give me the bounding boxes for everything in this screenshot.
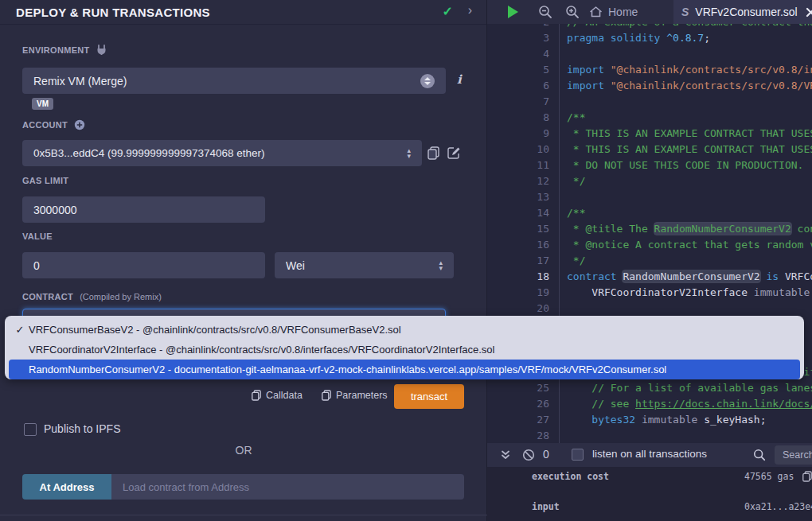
deploy-run-panel: DEPLOY & RUN TRANSACTIONS ✓ › ENVIRONMEN… [0,0,487,521]
tab-home[interactable]: Home [581,0,646,24]
code-line: 14/** [487,205,812,221]
terminal-bar: 0 listen on all transactions [487,443,812,467]
zoom-out-icon[interactable] [538,5,552,19]
zoom-in-icon[interactable] [565,5,580,19]
terminal-row-key: input [532,501,560,512]
account-value: 0x5B3...eddC4 (99.999999999997374068 eth… [33,147,407,159]
code-line: 6import "@chainlink/contracts/src/v0.8/V… [487,78,812,94]
environment-info-icon[interactable]: i [457,72,462,87]
environment-value: Remix VM (Merge) [33,75,420,87]
line-number: 26 [487,396,549,412]
panel-header: DEPLOY & RUN TRANSACTIONS ✓ › [0,0,486,25]
sign-message-edit-icon[interactable] [447,146,461,160]
expand-terminal-chevrons-icon[interactable] [500,449,511,461]
vm-badge: VM [32,98,53,110]
listen-all-transactions-checkbox[interactable] [572,449,584,461]
contract-sublabel: (Compiled by Remix) [80,292,162,301]
account-select[interactable]: 0x5B3...eddC4 (99.999999999997374068 eth… [22,140,422,166]
line-number: 5 [487,62,549,78]
gas-limit-input[interactable] [22,196,265,223]
collapse-panel-chevron-icon[interactable]: › [468,3,472,17]
close-tab-icon[interactable] [806,7,812,17]
code-line: 15 * @title The RandomNumberConsumerV2 c… [487,221,812,237]
line-number: 11 [487,157,549,173]
contract-dropdown-item[interactable]: VRFCoordinatorV2Interface - @chainlink/c… [5,340,804,360]
code-line: 20 [487,301,812,317]
line-number: 27 [487,412,549,428]
environment-select[interactable]: Remix VM (Merge) [22,68,446,94]
code-line: 16 * @notice A contract that gets random… [487,237,812,253]
line-number: 13 [487,189,549,205]
code-line: 12 */ [487,173,812,189]
value-unit-stepper-icon: ▴▾ [439,260,443,271]
code-line: 28 [487,428,812,443]
terminal-content: execution cost47565 gasinput0xa21...a23e… [487,467,812,521]
line-number: 4 [487,46,549,62]
run-script-play-icon[interactable] [508,6,518,18]
terminal-row-value: 0xa21...a23e4 [744,501,812,512]
code-line: 27 bytes32 immutable s_keyHash; [487,412,812,428]
code-line: 4 [487,46,812,62]
copy-parameters-icon[interactable] [322,390,331,401]
copy-icon[interactable] [802,471,812,482]
gas-limit-label-row: GAS LIMIT [22,176,68,185]
code-line: 17 */ [487,253,812,269]
transact-button[interactable]: transact [394,384,464,409]
line-number: 9 [487,126,549,142]
terminal-row: input0xa21...a23e4 [487,501,812,512]
compile-success-check-icon: ✓ [443,4,453,19]
line-number: 2 [487,24,549,30]
contract-dropdown-item-label: VRFCoordinatorV2Interface - @chainlink/c… [29,344,494,356]
home-tab-label: Home [608,6,638,18]
parameters-label: Parameters [336,390,388,401]
code-line: 19 VRFCoordinatorV2Interface immutable C… [487,285,812,301]
account-label-row: ACCOUNT [22,119,85,130]
code-line: 7 [487,94,812,110]
value-input[interactable] [22,252,265,278]
contract-dropdown-item-label: VRFConsumerBaseV2 - @chainlink/contracts… [29,324,401,336]
code-line: 8/** [487,110,812,126]
value-label-row: VALUE [22,231,53,241]
code-line: 13 [487,189,812,205]
code-line: 3pragma solidity ^0.8.7; [487,30,812,46]
line-number: 25 [487,380,549,396]
line-number: 7 [487,94,549,110]
parameters-action[interactable]: Parameters [322,390,388,401]
panel-title: DEPLOY & RUN TRANSACTIONS [16,0,210,25]
calldata-action[interactable]: Calldata [252,390,303,401]
line-number: 6 [487,78,549,94]
publish-to-ipfs-label: Publish to IPFS [44,422,121,435]
or-separator: OR [0,444,487,457]
code-line: 11 * DO NOT USE THIS CODE IN PRODUCTION. [487,157,812,173]
editor-tabbar: Home S VRFv2Consumer.sol [487,0,812,24]
value-unit: Wei [286,259,439,272]
pending-transactions-count: 0 [543,448,549,461]
value-unit-select[interactable]: Wei ▴▾ [275,252,454,278]
contract-dropdown-item[interactable]: ✓VRFConsumerBaseV2 - @chainlink/contract… [5,320,804,340]
at-address-button[interactable]: At Address [22,474,111,500]
terminal-search-input[interactable] [775,445,812,465]
clear-console-icon[interactable] [522,449,535,461]
code-editor[interactable]: 2// An example of a consumer contract th… [487,24,812,443]
terminal-search-icon [753,449,766,461]
code-line: 25 // For a list of available gas lanes … [487,380,812,396]
calldata-label: Calldata [266,390,303,401]
gas-limit-label: GAS LIMIT [22,176,68,185]
code-line: 10 * THIS IS AN EXAMPLE CONTRACT THAT US… [487,142,812,157]
copy-calldata-icon[interactable] [252,390,261,401]
line-number: 8 [487,110,549,126]
environment-label-row: ENVIRONMENT [22,45,107,56]
contract-dropdown[interactable]: ✓VRFConsumerBaseV2 - @chainlink/contract… [5,316,804,379]
add-account-plus-icon[interactable] [74,119,85,130]
account-stepper-icon: ▴▾ [407,148,411,159]
tab-vrfv2consumer[interactable]: S VRFv2Consumer.sol [673,0,812,24]
selected-check-icon: ✓ [11,320,29,340]
code-line: 9 * THIS IS AN EXAMPLE CONTRACT THAT USE… [487,126,812,142]
code-lines: 2// An example of a consumer contract th… [487,24,812,443]
at-address-input[interactable] [111,474,464,500]
contract-dropdown-item[interactable]: RandomNumberConsumerV2 - documentation-g… [9,360,800,379]
copy-account-icon[interactable] [427,146,439,160]
contract-dropdown-item-label: RandomNumberConsumerV2 - documentation-g… [29,364,666,375]
line-number: 12 [487,173,549,189]
publish-to-ipfs-checkbox[interactable] [24,423,37,436]
